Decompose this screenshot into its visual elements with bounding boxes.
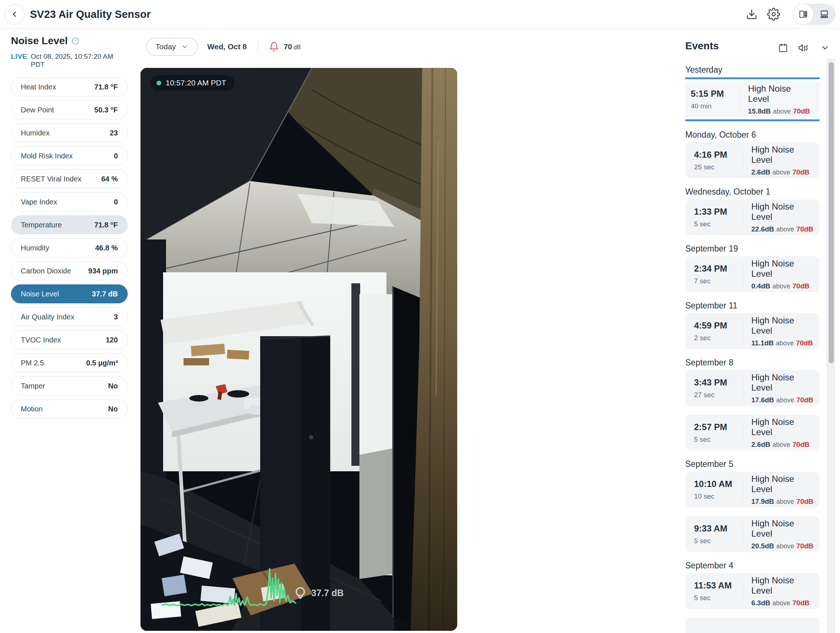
- event-delta: 20.5dB: [752, 542, 774, 550]
- event-title: High Noise Level: [752, 144, 811, 165]
- metric-mold-risk-index[interactable]: Mold Risk Index0: [11, 146, 128, 165]
- metric-pm-2-5[interactable]: PM 2.50.5 µg/m³: [11, 353, 128, 372]
- back-button[interactable]: [5, 4, 25, 24]
- event-info-column: High Noise Level15.8dBabove70dB: [748, 84, 813, 116]
- event-card[interactable]: 3:43 PM27 secHigh Noise Level17.6dBabove…: [685, 370, 819, 406]
- event-time: 9:33 AM: [694, 524, 735, 534]
- metric-label: Tamper: [21, 382, 45, 390]
- chevron-down-icon[interactable]: [820, 43, 830, 52]
- metric-value: 0: [114, 152, 118, 160]
- event-time-column: 5:15 PM40 min: [691, 89, 732, 110]
- event-duration: 25 sec: [694, 163, 735, 171]
- metric-label: TVOC Index: [21, 336, 61, 344]
- page-title: SV23 Air Quality Sensor: [30, 0, 151, 28]
- metric-humidex[interactable]: Humidex23: [11, 123, 128, 142]
- metric-label: RESET Viral Index: [21, 175, 81, 183]
- metric-reset-viral-index[interactable]: RESET Viral Index64 %: [11, 169, 128, 188]
- main-toolbar: Today Wed, Oct 8 70dB: [146, 38, 301, 55]
- event-card-divider: [740, 89, 740, 110]
- event-group-date: September 19: [685, 244, 819, 253]
- live-badge: LIVE: [11, 52, 27, 60]
- event-info-column: High Noise Level2.6dBabove70dB: [752, 144, 811, 176]
- event-delta: 2.6dB: [752, 441, 770, 448]
- event-card-divider: [743, 149, 743, 171]
- event-subtitle: 15.8dBabove70dB: [748, 107, 813, 116]
- event-card[interactable]: 9:33 AM5 secHigh Noise Level20.5dBabove7…: [685, 516, 819, 552]
- event-card[interactable]: 4:16 PM25 secHigh Noise Level2.6dBabove7…: [685, 142, 819, 178]
- video-timestamp: 10:57:20 AM PDT: [166, 79, 226, 87]
- event-duration: 2 sec: [694, 334, 735, 342]
- metric-value: 50.3 °F: [94, 106, 118, 114]
- camera-feed[interactable]: 10:57:20 AM PDT 37.7 dB: [141, 68, 457, 631]
- view-toggle-grid[interactable]: [814, 4, 835, 25]
- events-list: Yesterday5:15 PM40 minHigh Noise Level15…: [685, 59, 819, 633]
- svg-text:?: ?: [74, 39, 76, 43]
- event-card[interactable]: 1:33 PM5 secHigh Noise Level22.6dBabove7…: [685, 199, 819, 235]
- event-title: High Noise Level: [752, 575, 811, 596]
- noise-level-overlay: 37.7 dB: [294, 586, 344, 600]
- metric-label: Carbon Dioxide: [21, 267, 71, 275]
- chevron-left-icon: [10, 10, 19, 19]
- toolbar-divider: [257, 40, 258, 53]
- range-select[interactable]: Today: [146, 38, 198, 56]
- noise-overlay-value: 37.7 dB: [311, 588, 344, 598]
- metric-air-quality-index[interactable]: Air Quality Index3: [11, 307, 128, 326]
- event-time: 1:33 PM: [694, 207, 735, 217]
- scrollbar-thumb[interactable]: [829, 62, 834, 363]
- metric-temperature[interactable]: Temperature71.8 °F: [11, 215, 128, 234]
- metric-tvoc-index[interactable]: TVOC Index120: [11, 331, 128, 349]
- event-time: 10:10 AM: [694, 479, 735, 489]
- events-scrollbar[interactable]: [827, 59, 835, 633]
- metric-heat-index[interactable]: Heat Index71.8 °F: [11, 78, 128, 97]
- sidebar: Noise Level ? LIVE Oct 08, 2025, 10:57:2…: [11, 35, 128, 423]
- event-time-column: 11:53 AM5 sec: [694, 581, 735, 602]
- event-card-divider: [743, 580, 743, 602]
- event-card[interactable]: 4:59 PM2 secHigh Noise Level11.1dBabove7…: [685, 313, 819, 349]
- event-card-partial[interactable]: [685, 618, 819, 633]
- event-card-divider: [743, 320, 743, 342]
- metric-motion[interactable]: MotionNo: [11, 399, 128, 418]
- event-threshold: 70dB: [796, 498, 813, 505]
- metric-label: Motion: [21, 405, 43, 413]
- event-info-column: High Noise Level0.4dBabove70dB: [752, 258, 811, 290]
- event-card[interactable]: 11:53 AM5 secHigh Noise Level6.3dBabove7…: [685, 573, 819, 609]
- selected-event-ring: 5:15 PM40 minHigh Noise Level15.8dBabove…: [685, 78, 819, 121]
- event-above-label: above: [773, 108, 791, 115]
- settings-button[interactable]: [766, 7, 781, 22]
- event-above-label: above: [772, 600, 790, 607]
- event-threshold: 70dB: [793, 168, 809, 176]
- event-card-divider: [743, 422, 743, 443]
- metric-vape-index[interactable]: Vape Index0: [11, 192, 128, 211]
- metric-value: 23: [110, 129, 118, 137]
- metric-value: No: [108, 405, 118, 413]
- event-card[interactable]: 2:57 PM5 secHigh Noise Level2.6dBabove70…: [685, 415, 819, 451]
- metric-carbon-dioxide[interactable]: Carbon Dioxide934 ppm: [11, 261, 128, 280]
- noise-filter-icon[interactable]: [798, 42, 811, 53]
- calendar-icon[interactable]: [778, 43, 788, 53]
- layout-grid-icon: [819, 9, 829, 19]
- view-toggle-detail[interactable]: [793, 4, 814, 25]
- event-delta: 17.6dB: [752, 396, 774, 404]
- metric-label: Heat Index: [21, 83, 56, 91]
- event-delta: 6.3dB: [752, 599, 770, 607]
- event-card[interactable]: 5:15 PM40 minHigh Noise Level15.8dBabove…: [685, 81, 819, 117]
- metric-dew-point[interactable]: Dew Point50.3 °F: [11, 100, 128, 119]
- event-above-label: above: [776, 226, 794, 233]
- noise-source-icon: [294, 586, 307, 600]
- event-above-label: above: [772, 441, 790, 448]
- download-button[interactable]: [744, 7, 759, 22]
- event-card[interactable]: 2:34 PM7 secHigh Noise Level0.4dBabove70…: [685, 256, 819, 292]
- metric-humidity[interactable]: Humidity46.8 %: [11, 238, 128, 257]
- event-time-column: 1:33 PM5 sec: [694, 207, 735, 228]
- event-card[interactable]: 10:10 AM10 secHigh Noise Level17.9dBabov…: [685, 472, 819, 507]
- event-duration: 5 sec: [694, 594, 735, 602]
- event-time: 11:53 AM: [694, 581, 735, 591]
- event-time-column: 9:33 AM5 sec: [694, 524, 735, 545]
- app-header: SV23 Air Quality Sensor: [0, 0, 840, 29]
- help-icon[interactable]: ?: [71, 37, 79, 45]
- event-subtitle: 0.4dBabove70dB: [752, 282, 811, 290]
- event-time-column: 10:10 AM10 sec: [694, 479, 735, 500]
- metric-noise-level[interactable]: Noise Level37.7 dB: [11, 284, 128, 303]
- metric-tamper[interactable]: TamperNo: [11, 377, 128, 396]
- event-title: High Noise Level: [752, 315, 813, 336]
